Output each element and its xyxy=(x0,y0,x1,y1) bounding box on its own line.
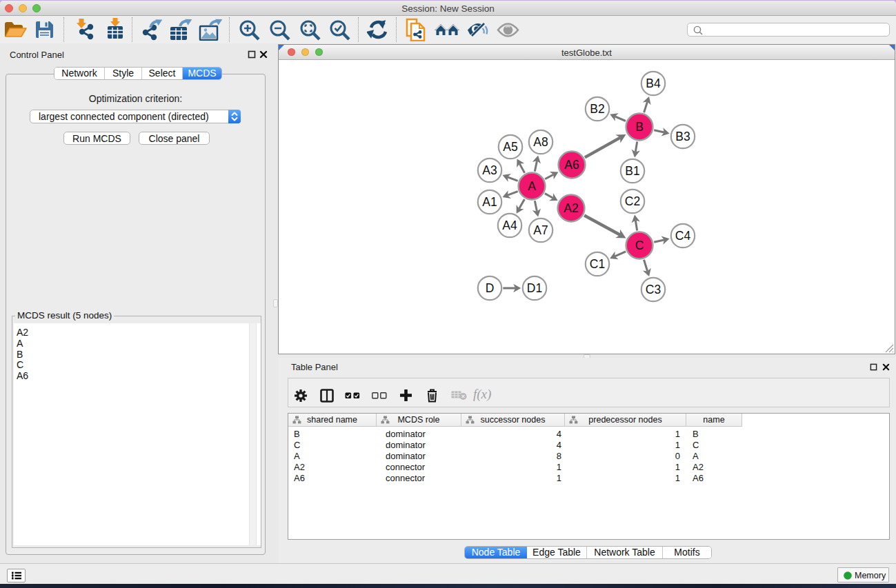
svg-text:C3: C3 xyxy=(646,283,661,296)
svg-text:A: A xyxy=(528,179,536,193)
svg-text:B3: B3 xyxy=(675,130,690,143)
svg-text:D: D xyxy=(486,281,495,295)
svg-text:B: B xyxy=(635,120,644,134)
svg-text:A2: A2 xyxy=(564,201,578,215)
svg-text:A5: A5 xyxy=(503,140,517,154)
svg-text:D1: D1 xyxy=(527,281,542,295)
svg-text:C1: C1 xyxy=(590,257,605,271)
svg-text:A1: A1 xyxy=(482,195,497,209)
svg-text:C4: C4 xyxy=(675,229,691,243)
svg-text:A6: A6 xyxy=(564,158,579,172)
svg-text:C2: C2 xyxy=(625,194,640,208)
svg-text:A7: A7 xyxy=(533,223,548,237)
svg-text:B2: B2 xyxy=(590,102,604,116)
svg-text:B4: B4 xyxy=(646,77,661,90)
svg-text:C: C xyxy=(635,239,644,252)
svg-text:A4: A4 xyxy=(502,219,517,232)
svg-text:B1: B1 xyxy=(625,164,639,178)
svg-text:A8: A8 xyxy=(533,135,548,149)
svg-text:A3: A3 xyxy=(482,163,497,177)
